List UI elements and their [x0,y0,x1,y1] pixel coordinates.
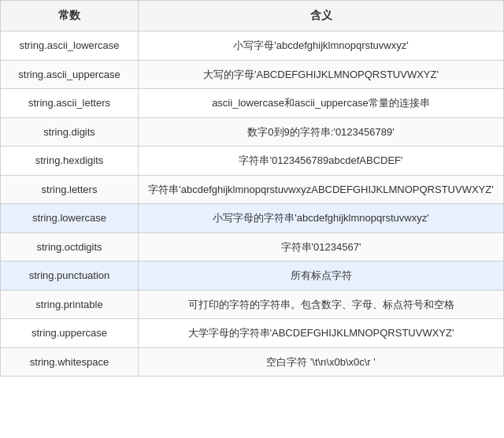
constant-meaning: 小写字母'abcdefghijklmnopqrstuvwxyz' [139,32,504,61]
constant-name: string.punctuation [1,262,139,291]
table-row: string.uppercase大学字母的字符串'ABCDEFGHIJKLMNO… [1,319,504,348]
constant-name: string.ascii_letters [1,89,139,118]
constant-meaning: 大写的字母'ABCDEFGHIJKLMNOPQRSTUVWXYZ' [139,60,504,89]
constant-name: string.octdigits [1,232,139,262]
constant-meaning: 小写字母的字符串'abcdefghijklmnopqrstuvwxyz' [139,204,504,233]
table-row: string.ascii_lowercase小写字母'abcdefghijklm… [1,32,504,61]
constant-meaning: 字符串'0123456789abcdefABCDEF' [139,147,504,176]
constant-name: string.ascii_lowercase [1,32,139,61]
table-row: string.octdigits字符串'01234567' [1,232,504,262]
constant-name: string.letters [1,175,139,204]
constant-name: string.uppercase [1,319,139,348]
header-meaning: 含义 [139,1,504,32]
constant-meaning: 可打印的字符的字符串。包含数字、字母、标点符号和空格 [139,290,504,319]
constant-meaning: 字符串'abcdefghijklmnopqrstuvwxyzABCDEFGHIJ… [139,175,504,204]
constant-meaning: ascii_lowercase和ascii_uppercase常量的连接串 [139,89,504,118]
table-row: string.punctuation所有标点字符 [1,262,504,291]
constant-meaning: 所有标点字符 [139,262,504,291]
table-row: string.hexdigits字符串'0123456789abcdefABCD… [1,147,504,176]
constant-name: string.lowercase [1,204,139,233]
constant-name: string.whitespace [1,347,139,377]
constant-name: string.digits [1,117,139,147]
constant-name: string.printable [1,290,139,319]
table-row: string.letters字符串'abcdefghijklmnopqrstuv… [1,175,504,204]
constant-name: string.hexdigits [1,147,139,176]
constant-meaning: 数字0到9的字符串:'0123456789' [139,117,504,147]
constant-meaning: 大学字母的字符串'ABCDEFGHIJKLMNOPQRSTUVWXYZ' [139,319,504,348]
table-row: string.printable可打印的字符的字符串。包含数字、字母、标点符号和… [1,290,504,319]
constant-name: string.ascii_uppercase [1,60,139,89]
constant-meaning: 空白字符 '\t\n\x0b\x0c\r ' [139,347,504,377]
table-row: string.whitespace空白字符 '\t\n\x0b\x0c\r ' [1,347,504,377]
table-row: string.digits数字0到9的字符串:'0123456789' [1,117,504,147]
table-row: string.ascii_lettersascii_lowercase和asci… [1,89,504,118]
table-row: string.lowercase小写字母的字符串'abcdefghijklmno… [1,204,504,233]
table-row: string.ascii_uppercase大写的字母'ABCDEFGHIJKL… [1,60,504,89]
constant-meaning: 字符串'01234567' [139,232,504,262]
constants-table: 常数 含义 string.ascii_lowercase小写字母'abcdefg… [0,0,504,377]
header-constant: 常数 [1,1,139,32]
